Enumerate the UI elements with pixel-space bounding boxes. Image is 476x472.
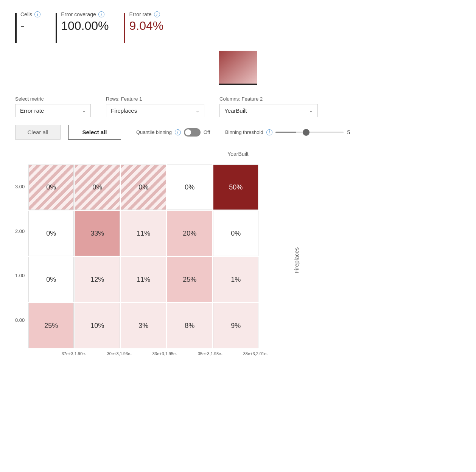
x-label-1: 30e+3,1.93e- bbox=[96, 351, 142, 356]
cell-2-3[interactable]: 25% bbox=[167, 257, 212, 302]
actions-row: Clear all Select all Quantile binning i … bbox=[15, 125, 461, 140]
select-all-button[interactable]: Select all bbox=[68, 125, 121, 140]
metric-error-coverage: Error coverage i 100.00% bbox=[56, 11, 124, 43]
metric-dropdown-label: Select metric bbox=[15, 96, 91, 102]
cell-1-0[interactable]: 0% bbox=[28, 211, 74, 256]
cell-1-2[interactable]: 11% bbox=[121, 211, 166, 256]
quantile-binning-group: Quantile binning i Off bbox=[136, 128, 210, 137]
metrics-row: Cells i - Error coverage i 100.00% Error… bbox=[15, 11, 461, 43]
metric-cells: Cells i - bbox=[15, 11, 56, 43]
binning-value: 5 bbox=[347, 129, 350, 135]
quantile-binning-label: Quantile binning bbox=[136, 129, 172, 135]
binning-info-icon[interactable]: i bbox=[266, 129, 272, 135]
binning-slider[interactable] bbox=[275, 132, 344, 133]
cell-2-2[interactable]: 11% bbox=[121, 257, 166, 302]
metric-dropdown-value: Error rate bbox=[20, 107, 44, 114]
cell-3-2[interactable]: 3% bbox=[121, 303, 166, 348]
cell-3-3[interactable]: 8% bbox=[167, 303, 212, 348]
cell-0-4[interactable]: 50% bbox=[213, 165, 258, 210]
cells-info-icon[interactable]: i bbox=[34, 11, 40, 17]
cells-value: - bbox=[20, 19, 40, 33]
heatmap-row-label: Fireplaces bbox=[293, 169, 300, 351]
quantile-state: Off bbox=[204, 129, 210, 135]
heatmap-right: Fireplaces bbox=[286, 169, 300, 351]
y-label-1: 1.00 bbox=[15, 273, 25, 278]
color-swatch-container bbox=[15, 51, 461, 85]
metric-bar-error-rate bbox=[124, 13, 125, 43]
x-label-4: 38e+3,2.01e- bbox=[233, 351, 278, 356]
metric-dropdown-group: Select metric Error rate ⌄ bbox=[15, 96, 91, 117]
cell-1-3[interactable]: 20% bbox=[167, 211, 212, 256]
y-label-0: 0.00 bbox=[15, 317, 25, 323]
rows-dropdown-chevron: ⌄ bbox=[196, 108, 199, 113]
metric-dropdown[interactable]: Error rate ⌄ bbox=[15, 104, 91, 117]
quantile-toggle[interactable] bbox=[184, 128, 201, 137]
metric-error-rate: Error rate i 9.04% bbox=[124, 11, 179, 43]
y-label-3: 3.00 bbox=[15, 184, 25, 189]
heatmap-wrapper: 3.00 2.00 1.00 0.00 0% 0% 0% 0% 50% 0% 3… bbox=[15, 165, 461, 356]
heatmap-grid: 0% 0% 0% 0% 50% 0% 33% 11% 20% 0% 0% 12%… bbox=[28, 165, 278, 348]
columns-dropdown[interactable]: YearBuilt ⌄ bbox=[219, 104, 318, 117]
cell-0-2[interactable]: 0% bbox=[121, 165, 166, 210]
cell-0-0[interactable]: 0% bbox=[28, 165, 74, 210]
clear-all-button[interactable]: Clear all bbox=[15, 125, 61, 140]
cell-0-1[interactable]: 0% bbox=[75, 165, 120, 210]
cell-3-1[interactable]: 10% bbox=[75, 303, 120, 348]
binning-threshold-label: Binning threshold bbox=[225, 129, 263, 135]
error-coverage-label: Error coverage bbox=[61, 11, 96, 17]
cell-0-3[interactable]: 0% bbox=[167, 165, 212, 210]
heatmap-section: YearBuilt 3.00 2.00 1.00 0.00 0% 0% 0% 0… bbox=[15, 151, 461, 356]
x-label-0: 37e+3,1.90e- bbox=[51, 351, 96, 356]
toggle-thumb bbox=[185, 129, 191, 135]
error-coverage-value: 100.00% bbox=[61, 19, 109, 33]
cell-1-4[interactable]: 0% bbox=[213, 211, 258, 256]
y-axis-labels: 3.00 2.00 1.00 0.00 bbox=[15, 165, 25, 346]
y-label-2: 2.00 bbox=[15, 228, 25, 234]
error-rate-info-icon[interactable]: i bbox=[154, 11, 160, 17]
rows-dropdown[interactable]: Fireplaces ⌄ bbox=[106, 104, 204, 117]
x-label-3: 35e+3,1.98e- bbox=[187, 351, 233, 356]
x-label-2: 33e+3,1.95e- bbox=[142, 351, 187, 356]
metric-bar-cells bbox=[15, 13, 17, 43]
quantile-info-icon[interactable]: i bbox=[175, 129, 181, 135]
columns-dropdown-value: YearBuilt bbox=[224, 107, 247, 114]
rows-dropdown-value: Fireplaces bbox=[111, 107, 137, 114]
rows-dropdown-group: Rows: Feature 1 Fireplaces ⌄ bbox=[106, 96, 204, 117]
error-rate-label: Error rate bbox=[129, 11, 151, 17]
binning-group: Binning threshold i 5 bbox=[225, 129, 350, 135]
heatmap-left: 3.00 2.00 1.00 0.00 0% 0% 0% 0% 50% 0% 3… bbox=[15, 165, 278, 356]
metric-bar-error-coverage bbox=[56, 13, 57, 43]
cell-1-1[interactable]: 33% bbox=[75, 211, 120, 256]
controls-section: Select metric Error rate ⌄ Rows: Feature… bbox=[15, 96, 461, 140]
columns-dropdown-chevron: ⌄ bbox=[309, 108, 313, 113]
heatmap-x-title: YearBuilt bbox=[15, 151, 461, 157]
dropdowns-row: Select metric Error rate ⌄ Rows: Feature… bbox=[15, 96, 461, 117]
cell-3-4[interactable]: 9% bbox=[213, 303, 258, 348]
cells-label: Cells bbox=[20, 11, 32, 17]
cell-2-4[interactable]: 1% bbox=[213, 257, 258, 302]
columns-dropdown-group: Columns: Feature 2 YearBuilt ⌄ bbox=[219, 96, 318, 117]
cell-3-0[interactable]: 25% bbox=[28, 303, 74, 348]
columns-dropdown-label: Columns: Feature 2 bbox=[219, 96, 318, 102]
error-coverage-info-icon[interactable]: i bbox=[98, 11, 104, 17]
binning-slider-container: 5 bbox=[275, 129, 350, 135]
cell-2-1[interactable]: 12% bbox=[75, 257, 120, 302]
error-rate-value: 9.04% bbox=[129, 19, 163, 33]
rows-dropdown-label: Rows: Feature 1 bbox=[106, 96, 204, 102]
metric-dropdown-chevron: ⌄ bbox=[82, 108, 86, 113]
x-axis-labels: 37e+3,1.90e- 30e+3,1.93e- 33e+3,1.95e- 3… bbox=[51, 351, 278, 356]
cell-2-0[interactable]: 0% bbox=[28, 257, 74, 302]
color-swatch bbox=[219, 51, 257, 85]
